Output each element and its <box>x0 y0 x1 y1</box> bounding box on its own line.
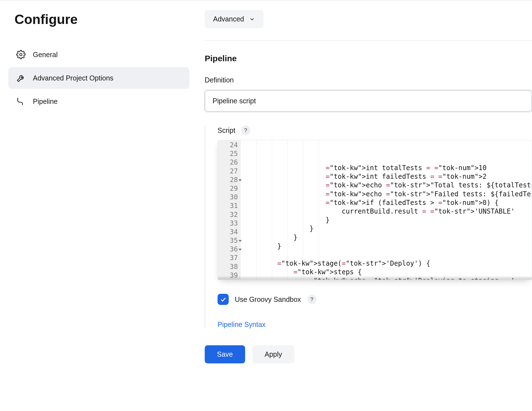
pipeline-script-editor[interactable]: 24252627282930313233343536373839 ="tok-k… <box>218 140 532 280</box>
chevron-down-icon <box>249 16 255 22</box>
page-title: Configure <box>14 12 189 27</box>
check-icon <box>220 296 226 303</box>
code-line[interactable]: ="tok-kw">echo ="tok-str">"Failed tests:… <box>245 190 532 199</box>
code-line[interactable]: ="tok-kw">stage(="tok-str">'Deploy') { <box>245 259 532 268</box>
gutter-line: 37 <box>222 254 238 262</box>
wrench-icon <box>16 73 26 83</box>
gutter-line: 35 <box>222 236 238 245</box>
gutter-line: 38 <box>222 263 238 271</box>
pipeline-syntax-link[interactable]: Pipeline Syntax <box>218 321 265 329</box>
sandbox-label: Use Groovy Sandbox <box>235 295 301 304</box>
gutter-line: 30 <box>222 193 238 202</box>
pipeline-icon <box>16 97 26 106</box>
code-line[interactable]: } <box>245 242 532 251</box>
gutter-line: 34 <box>222 228 238 236</box>
section-divider <box>205 40 532 41</box>
code-line[interactable]: ="tok-kw">if (failedTests > ="tok-num">0… <box>245 199 532 207</box>
gutter-line: 29 <box>222 184 238 193</box>
sidebar-item-label: Advanced Project Options <box>33 74 113 82</box>
code-line[interactable]: } <box>245 233 532 242</box>
sidebar-item-label: General <box>33 51 58 59</box>
editor-code-area[interactable]: ="tok-kw">int totalTests = ="tok-num">10… <box>241 140 532 280</box>
gutter-line: 28 <box>222 176 238 184</box>
gear-icon <box>16 50 26 59</box>
gutter-line: 36 <box>222 245 238 254</box>
code-line[interactable]: } <box>245 224 532 233</box>
sandbox-help-button[interactable]: ? <box>307 295 317 304</box>
sidebar-item-pipeline[interactable]: Pipeline <box>8 90 189 112</box>
sidebar-item-advanced-project-options[interactable]: Advanced Project Options <box>8 67 189 89</box>
editor-gutter: 24252627282930313233343536373839 <box>218 140 241 280</box>
advanced-toggle-label: Advanced <box>213 15 244 23</box>
gutter-line: 24 <box>222 141 238 150</box>
gutter-line: 25 <box>222 150 238 158</box>
code-line[interactable]: ="tok-kw">int failedTests = ="tok-num">2 <box>245 172 532 181</box>
gutter-line: 26 <box>222 158 238 167</box>
save-button[interactable]: Save <box>205 345 245 363</box>
gutter-line: 32 <box>222 211 238 219</box>
sidebar-item-label: Pipeline <box>33 97 58 106</box>
gutter-line: 33 <box>222 219 238 228</box>
script-help-button[interactable]: ? <box>241 126 250 135</box>
config-sidebar: General Advanced Project Options Pipelin… <box>8 44 189 112</box>
pipeline-section-title: Pipeline <box>205 54 532 63</box>
code-line[interactable] <box>245 251 532 259</box>
editor-scroll-shadow <box>218 276 532 280</box>
code-line[interactable]: } <box>245 216 532 224</box>
code-line[interactable]: ="tok-kw">steps { <box>245 268 532 277</box>
code-line[interactable]: currentBuild.result = ="tok-str">'UNSTAB… <box>245 207 532 216</box>
definition-select-value: Pipeline script <box>213 97 256 105</box>
gutter-line: 27 <box>222 167 238 176</box>
code-line[interactable]: ="tok-kw">echo ="tok-str">"Total tests: … <box>245 181 532 190</box>
definition-select[interactable]: Pipeline script <box>205 90 532 112</box>
script-label: Script <box>218 126 235 134</box>
svg-point-0 <box>20 53 22 56</box>
advanced-toggle-button[interactable]: Advanced <box>205 10 263 28</box>
apply-button[interactable]: Apply <box>252 345 294 363</box>
code-line[interactable]: ="tok-kw">int totalTests = ="tok-num">10 <box>245 164 532 172</box>
gutter-line: 31 <box>222 202 238 210</box>
sidebar-item-general[interactable]: General <box>8 44 189 65</box>
definition-label: Definition <box>205 76 532 84</box>
sandbox-checkbox[interactable] <box>218 294 229 305</box>
